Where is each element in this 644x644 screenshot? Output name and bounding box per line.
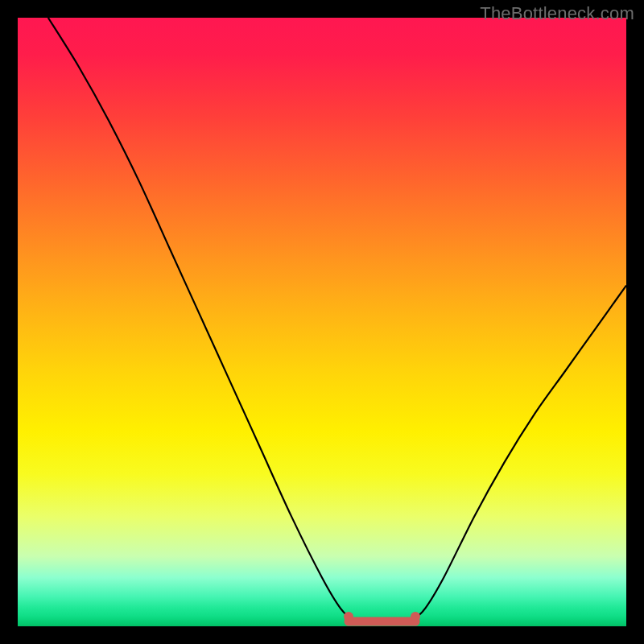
svg-point-1 [344, 612, 353, 621]
watermark-text: TheBottleneck.com [480, 3, 634, 24]
bottleneck-curve [18, 18, 626, 626]
svg-point-2 [411, 612, 420, 621]
chart-frame: TheBottleneck.com [0, 0, 644, 644]
